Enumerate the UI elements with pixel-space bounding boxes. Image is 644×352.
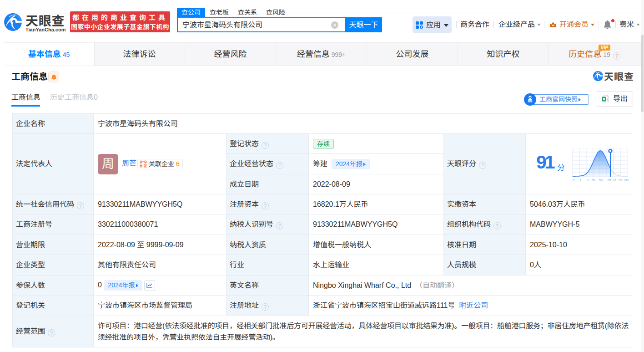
svg-text:15: 15 <box>591 179 595 182</box>
svg-text:0: 0 <box>573 179 574 182</box>
svg-text:50: 50 <box>599 179 603 182</box>
svg-text:1: 1 <box>579 179 581 182</box>
svg-text:85: 85 <box>608 179 611 182</box>
svg-text:3: 3 <box>587 179 589 182</box>
svg-text:97: 97 <box>613 179 616 182</box>
svg-text:100: 100 <box>623 179 629 182</box>
svg-text:企: 企 <box>143 163 147 168</box>
svg-text:99: 99 <box>619 179 622 182</box>
